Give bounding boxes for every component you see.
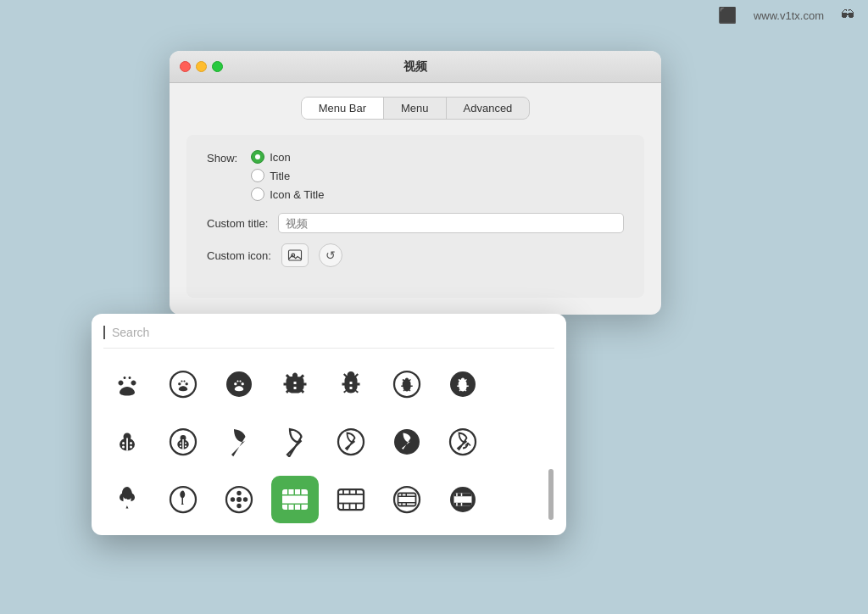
svg-rect-35 (294, 489, 296, 494)
icon-leaf-circle-outline[interactable] (327, 418, 375, 466)
radio-icon-title-label: Icon & Title (270, 188, 324, 201)
top-bar: ⬛ www.v1tx.com 🕶 (0, 0, 868, 31)
window-title: 视频 (403, 59, 427, 75)
traffic-lights (180, 61, 223, 72)
title-bar: 视频 (170, 51, 661, 83)
svg-rect-32 (282, 494, 308, 496)
search-bar: Search (103, 326, 554, 349)
svg-point-30 (243, 497, 248, 501)
search-placeholder: Search (112, 326, 149, 339)
icon-paw-fill[interactable] (103, 360, 151, 408)
radio-title-circle[interactable] (251, 169, 264, 182)
window-body: Menu Bar Menu Advanced Show: Icon Title (170, 83, 661, 315)
picker-inner (103, 360, 554, 523)
radio-title-label: Title (270, 170, 290, 182)
icon-row-1 (103, 360, 542, 408)
custom-title-input[interactable] (278, 213, 624, 233)
icon-row-3 (103, 476, 542, 523)
icon-tulip-circle[interactable] (159, 476, 207, 523)
icon-ladybug-circle[interactable] (159, 418, 207, 466)
icon-paw-circle-2[interactable] (215, 360, 263, 408)
custom-icon-row: Custom icon: ↺ (207, 243, 624, 267)
svg-point-9 (122, 442, 125, 444)
icon-film-outline[interactable] (327, 476, 375, 523)
svg-rect-40 (338, 489, 364, 510)
search-cursor (103, 326, 105, 339)
icon-leaf-arrow-circle[interactable] (439, 418, 487, 466)
tab-menu[interactable]: Menu (384, 98, 447, 119)
radio-icon-label: Icon (270, 151, 291, 164)
icon-ladybug-1[interactable] (103, 418, 151, 466)
maximize-button[interactable] (212, 61, 223, 72)
svg-point-11 (122, 446, 125, 449)
icon-bug-circle-1[interactable] (383, 360, 431, 408)
svg-point-12 (130, 446, 132, 449)
svg-rect-36 (300, 489, 302, 494)
tab-container: Menu Bar Menu Advanced (301, 97, 531, 120)
icon-bug-2[interactable] (327, 360, 375, 408)
custom-title-label: Custom title: (207, 217, 268, 230)
tab-menu-bar[interactable]: Menu Bar (302, 98, 384, 119)
radio-icon[interactable]: Icon (251, 150, 324, 164)
svg-rect-39 (300, 505, 302, 510)
svg-rect-62 (461, 494, 463, 497)
custom-icon-label: Custom icon: (207, 249, 271, 262)
radio-icon-title-circle[interactable] (251, 187, 264, 201)
show-row: Show: Icon Title Icon & Title (207, 150, 624, 201)
icon-leaf-outline[interactable] (271, 418, 319, 466)
svg-rect-37 (287, 505, 289, 510)
custom-title-row: Custom title: (207, 213, 624, 233)
svg-point-3 (226, 371, 252, 397)
icon-bug-circle-2[interactable] (439, 360, 487, 408)
icon-film-circle-fill[interactable] (439, 476, 487, 523)
svg-rect-63 (456, 503, 458, 506)
tab-advanced[interactable]: Advanced (447, 98, 530, 119)
url-label: www.v1tx.com (754, 9, 824, 22)
svg-point-26 (236, 497, 242, 502)
svg-point-10 (130, 442, 132, 444)
radio-title[interactable]: Title (251, 169, 324, 182)
icon-film-circle-outline[interactable] (383, 476, 431, 523)
icon-flower-circle[interactable] (215, 476, 263, 523)
icon-film-selected[interactable] (271, 476, 319, 523)
scrollbar-thumb[interactable] (548, 469, 554, 520)
icon-picker-popup: Search (92, 314, 566, 535)
main-window: 视频 Menu Bar Menu Advanced Show: Icon (170, 51, 661, 315)
svg-point-20 (185, 445, 186, 447)
radio-icon-circle[interactable] (251, 150, 264, 164)
reset-icon-button[interactable]: ↺ (319, 243, 342, 267)
svg-rect-34 (287, 489, 289, 494)
radio-icon-title[interactable]: Icon & Title (251, 187, 324, 201)
picker-content (103, 360, 542, 523)
close-button[interactable] (180, 61, 191, 72)
icon-grid (103, 360, 542, 523)
svg-point-2 (170, 371, 196, 397)
icon-picker-button[interactable] (281, 243, 309, 267)
film-icon: ⬛ (718, 6, 737, 25)
svg-point-18 (185, 442, 186, 444)
svg-point-17 (180, 442, 181, 444)
icon-leaf-circle-fill[interactable] (383, 418, 431, 466)
svg-point-22 (394, 429, 420, 455)
icon-bug-1[interactable] (271, 360, 319, 408)
icon-leaf-fill[interactable] (215, 418, 263, 466)
glasses-icon: 🕶 (841, 8, 854, 23)
refresh-icon: ↺ (326, 248, 336, 262)
svg-point-29 (231, 497, 235, 501)
content-area: Show: Icon Title Icon & Title (186, 135, 644, 298)
icon-row-2 (103, 418, 542, 466)
svg-rect-61 (456, 494, 458, 497)
tab-bar: Menu Bar Menu Advanced (186, 97, 644, 120)
svg-point-28 (236, 504, 241, 508)
icon-tulip-fill[interactable] (103, 476, 151, 523)
svg-rect-38 (294, 505, 296, 510)
svg-rect-64 (461, 503, 463, 506)
svg-point-19 (180, 445, 181, 447)
svg-rect-33 (282, 504, 308, 505)
picker-scrollbar[interactable] (548, 360, 554, 523)
minimize-button[interactable] (196, 61, 207, 72)
icon-paw-circle-1[interactable] (159, 360, 207, 408)
show-label: Show: (207, 150, 237, 165)
svg-point-27 (236, 491, 241, 495)
radio-group: Icon Title Icon & Title (251, 150, 324, 201)
